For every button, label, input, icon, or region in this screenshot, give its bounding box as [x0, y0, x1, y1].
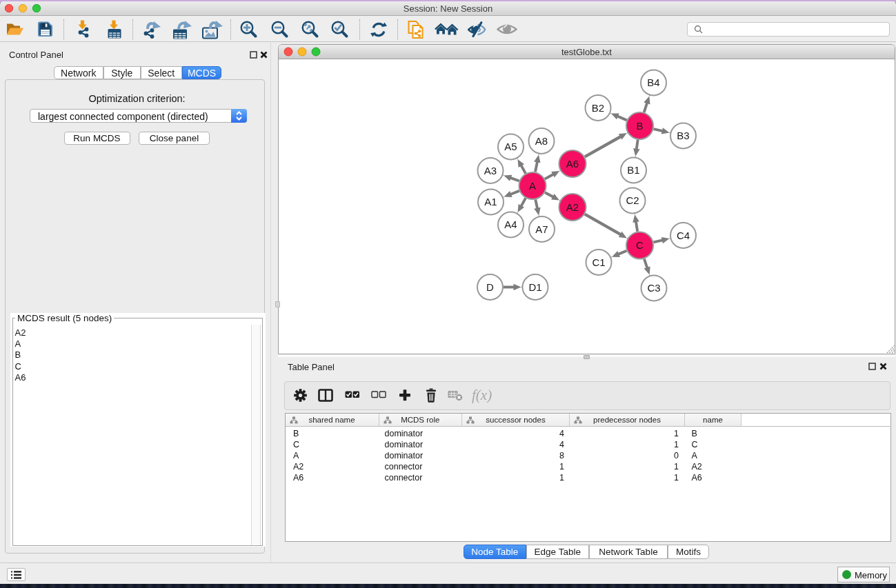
- svg-text:D1: D1: [528, 281, 541, 293]
- svg-text:A8: A8: [535, 135, 548, 147]
- svg-text:C3: C3: [647, 282, 660, 294]
- svg-text:C4: C4: [677, 230, 690, 241]
- svg-text:A4: A4: [504, 219, 517, 230]
- svg-text:B1: B1: [627, 164, 639, 176]
- svg-text:D: D: [486, 281, 494, 293]
- svg-text:B: B: [636, 120, 643, 132]
- svg-text:C2: C2: [626, 194, 639, 206]
- svg-text:A6: A6: [566, 158, 579, 170]
- svg-text:B4: B4: [647, 77, 659, 88]
- svg-text:A5: A5: [504, 141, 517, 152]
- svg-text:A: A: [529, 180, 536, 192]
- svg-text:C1: C1: [592, 256, 605, 268]
- svg-text:C: C: [636, 239, 644, 251]
- svg-text:A2: A2: [566, 201, 579, 213]
- svg-text:A3: A3: [484, 165, 497, 176]
- svg-text:B2: B2: [592, 102, 604, 114]
- svg-text:B3: B3: [677, 130, 689, 141]
- svg-text:A7: A7: [535, 223, 548, 235]
- svg-text:A1: A1: [484, 196, 497, 207]
